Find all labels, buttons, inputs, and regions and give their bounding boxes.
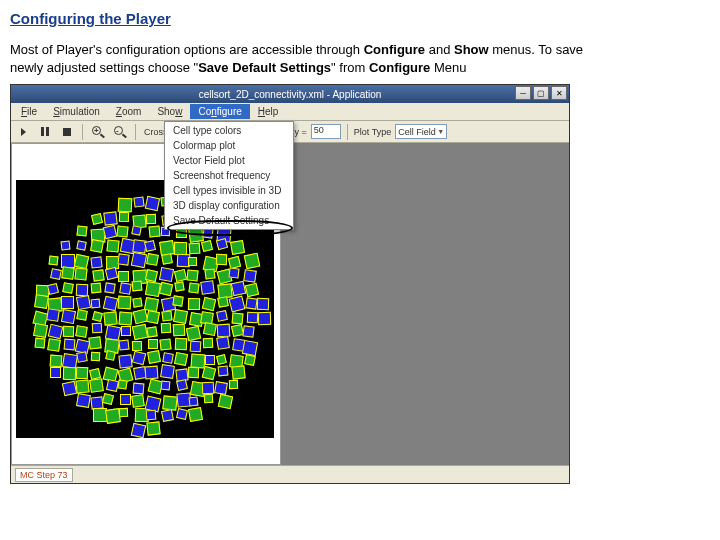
doc-title: Configuring the Player <box>10 10 710 27</box>
menu-zoom[interactable]: Zoom <box>108 104 150 119</box>
menu-simulation[interactable]: Simulation <box>45 104 108 119</box>
para-text: " from <box>331 60 369 75</box>
dd-screenshot-frequency[interactable]: Screenshot frequency <box>165 168 293 183</box>
pause-button[interactable] <box>36 123 54 141</box>
y-value-input[interactable]: 50 <box>311 124 341 139</box>
close-button[interactable]: ✕ <box>551 86 567 100</box>
para-bold-configure: Configure <box>364 42 425 57</box>
application-window: cellsort_2D_connectivity.xml - Applicati… <box>10 84 570 484</box>
para-bold-configure-2: Configure <box>369 60 430 75</box>
minimize-button[interactable]: ─ <box>515 86 531 100</box>
menu-configure[interactable]: Configure <box>190 104 249 119</box>
toolbar-separator <box>347 124 348 140</box>
toolbar-separator <box>135 124 136 140</box>
play-button[interactable] <box>14 123 32 141</box>
status-bar: MC Step 73 <box>11 465 569 483</box>
para-text: and <box>425 42 454 57</box>
title-bar: cellsort_2D_connectivity.xml - Applicati… <box>11 85 569 103</box>
doc-paragraph: Most of Player's configuration options a… <box>10 41 600 76</box>
window-controls: ─ ▢ ✕ <box>515 86 567 100</box>
zoom-in-button[interactable]: + <box>89 123 107 141</box>
toolbar-separator <box>82 124 83 140</box>
y-label: y = <box>295 127 307 137</box>
dd-cell-types-invisible[interactable]: Cell types invisible in 3D <box>165 183 293 198</box>
pause-icon <box>41 127 49 136</box>
para-bold-show: Show <box>454 42 489 57</box>
para-bold-save-default: Save Default Settings <box>198 60 331 75</box>
configure-dropdown: Cell type colors Colormap plot Vector Fi… <box>164 121 294 230</box>
maximize-button[interactable]: ▢ <box>533 86 549 100</box>
dd-cell-type-colors[interactable]: Cell type colors <box>165 123 293 138</box>
stop-icon <box>63 128 71 136</box>
zoom-out-button[interactable]: - <box>111 123 129 141</box>
dd-3d-display-config[interactable]: 3D display configuration <box>165 198 293 213</box>
stop-button[interactable] <box>58 123 76 141</box>
para-text: Menu <box>430 60 466 75</box>
dd-colormap-plot[interactable]: Colormap plot <box>165 138 293 153</box>
menu-help[interactable]: Help <box>250 104 287 119</box>
plot-type-dropdown[interactable]: Cell Field▼ <box>395 124 447 139</box>
status-mc-step: MC Step 73 <box>15 468 73 482</box>
dd-save-default-settings[interactable]: Save Default Settings <box>165 213 293 228</box>
para-text: Most of Player's configuration options a… <box>10 42 364 57</box>
plot-type-value: Cell Field <box>398 127 436 137</box>
dd-vector-field-plot[interactable]: Vector Field plot <box>165 153 293 168</box>
window-title: cellsort_2D_connectivity.xml - Applicati… <box>199 89 382 100</box>
menu-file[interactable]: File <box>13 104 45 119</box>
plot-type-label: Plot Type <box>354 127 391 137</box>
menu-show[interactable]: Show <box>149 104 190 119</box>
menu-bar: File Simulation Zoom Show Configure Help <box>11 103 569 121</box>
